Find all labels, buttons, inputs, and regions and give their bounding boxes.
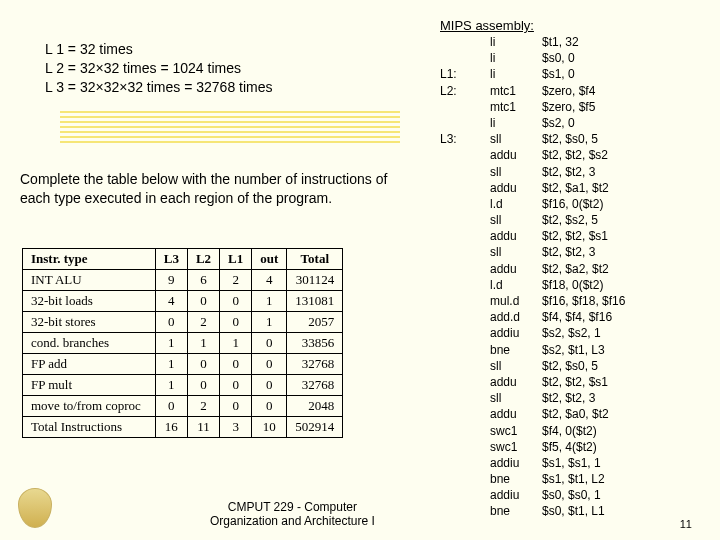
assembly-label: L2: — [440, 83, 490, 99]
assembly-args: $s2, $t1, L3 — [542, 342, 605, 358]
table-header: out — [252, 249, 287, 270]
assembly-label — [440, 423, 490, 439]
assembly-args: $s2, $s2, 1 — [542, 325, 601, 341]
table-cell: 33856 — [287, 333, 343, 354]
assembly-op: swc1 — [490, 423, 542, 439]
assembly-line: mul.d$f16, $f18, $f16 — [440, 293, 625, 309]
assembly-op: sll — [490, 390, 542, 406]
assembly-line: sll$t2, $s2, 5 — [440, 212, 625, 228]
assembly-op: sll — [490, 212, 542, 228]
assembly-line: addu$t2, $a2, $t2 — [440, 261, 625, 277]
assembly-args: $s0, $t1, L1 — [542, 503, 605, 519]
table-cell: 1 — [252, 312, 287, 333]
assembly-label: L1: — [440, 66, 490, 82]
assembly-args: $t2, $t2, $s1 — [542, 374, 608, 390]
assembly-args: $s0, $s0, 1 — [542, 487, 601, 503]
assembly-args: $f4, $f4, $f16 — [542, 309, 612, 325]
assembly-line: sll$t2, $s0, 5 — [440, 358, 625, 374]
footer-text: CMPUT 229 - Computer Organization and Ar… — [210, 500, 375, 529]
table-cell: 0 — [252, 396, 287, 417]
table-cell: 2 — [220, 270, 252, 291]
assembly-args: $zero, $f5 — [542, 99, 595, 115]
assembly-op: addiu — [490, 325, 542, 341]
table-row: cond. branches111033856 — [23, 333, 343, 354]
assembly-label — [440, 406, 490, 422]
assembly-label — [440, 309, 490, 325]
assembly-label — [440, 212, 490, 228]
table-cell: 9 — [155, 270, 187, 291]
assembly-args: $t1, 32 — [542, 34, 579, 50]
assembly-label — [440, 34, 490, 50]
table-cell: 32768 — [287, 354, 343, 375]
assembly-op: addu — [490, 180, 542, 196]
table-cell: 32768 — [287, 375, 343, 396]
table-cell: 1 — [187, 333, 219, 354]
assembly-label — [440, 244, 490, 260]
assembly-op: swc1 — [490, 439, 542, 455]
assembly-label — [440, 342, 490, 358]
table-cell: cond. branches — [23, 333, 156, 354]
assembly-args: $f5, 4($t2) — [542, 439, 597, 455]
assembly-line: sll$t2, $t2, 3 — [440, 390, 625, 406]
assembly-op: sll — [490, 358, 542, 374]
loop-l2: L 2 = 32×32 times = 1024 times — [45, 59, 273, 78]
assembly-label — [440, 390, 490, 406]
table-cell: 0 — [252, 354, 287, 375]
assembly-line: addu$t2, $t2, $s1 — [440, 228, 625, 244]
loop-l1: L 1 = 32 times — [45, 40, 273, 59]
assembly-op: addu — [490, 261, 542, 277]
table-header: L3 — [155, 249, 187, 270]
assembly-args: $f16, 0($t2) — [542, 196, 603, 212]
assembly-args: $t2, $a2, $t2 — [542, 261, 609, 277]
crest-icon — [18, 488, 52, 528]
assembly-label — [440, 261, 490, 277]
assembly-line: li$t1, 32 — [440, 34, 625, 50]
assembly-op: addiu — [490, 455, 542, 471]
table-cell: 32-bit loads — [23, 291, 156, 312]
assembly-op: mtc1 — [490, 83, 542, 99]
assembly-op: bne — [490, 503, 542, 519]
assembly-label — [440, 293, 490, 309]
table-cell: 1 — [220, 333, 252, 354]
table-cell: 2 — [187, 396, 219, 417]
loop-l3: L 3 = 32×32×32 times = 32768 times — [45, 78, 273, 97]
assembly-label — [440, 358, 490, 374]
assembly-label — [440, 471, 490, 487]
assembly-label — [440, 503, 490, 519]
assembly-args: $s2, 0 — [542, 115, 575, 131]
assembly-line: addiu$s1, $s1, 1 — [440, 455, 625, 471]
table-cell: 0 — [220, 354, 252, 375]
assembly-args: $t2, $t2, 3 — [542, 390, 595, 406]
assembly-op: bne — [490, 471, 542, 487]
assembly-line: addu$t2, $t2, $s1 — [440, 374, 625, 390]
assembly-op: sll — [490, 131, 542, 147]
table-cell: Total Instructions — [23, 417, 156, 438]
table-cell: 0 — [155, 396, 187, 417]
assembly-args: $t2, $t2, 3 — [542, 244, 595, 260]
assembly-op: mtc1 — [490, 99, 542, 115]
assembly-label — [440, 99, 490, 115]
table-header: L1 — [220, 249, 252, 270]
loop-counts: L 1 = 32 times L 2 = 32×32 times = 1024 … — [45, 40, 273, 97]
assembly-label — [440, 325, 490, 341]
assembly-op: addu — [490, 406, 542, 422]
table-cell: 1 — [155, 333, 187, 354]
table-cell: 0 — [220, 312, 252, 333]
table-cell: FP mult — [23, 375, 156, 396]
assembly-op: addu — [490, 147, 542, 163]
assembly-args: $t2, $s2, 5 — [542, 212, 598, 228]
footer-line1: CMPUT 229 - Computer — [210, 500, 375, 514]
table-cell: move to/from coproc — [23, 396, 156, 417]
assembly-line: mtc1$zero, $f5 — [440, 99, 625, 115]
table-cell: 2048 — [287, 396, 343, 417]
assembly-line: l.d$f16, 0($t2) — [440, 196, 625, 212]
table-cell: 10 — [252, 417, 287, 438]
assembly-args: $f16, $f18, $f16 — [542, 293, 625, 309]
assembly-label — [440, 277, 490, 293]
table-row: Total Instructions1611310502914 — [23, 417, 343, 438]
table-cell: 0 — [187, 375, 219, 396]
table-row: FP mult100032768 — [23, 375, 343, 396]
assembly-args: $s1, $s1, 1 — [542, 455, 601, 471]
assembly-args: $t2, $a1, $t2 — [542, 180, 609, 196]
assembly-label — [440, 455, 490, 471]
